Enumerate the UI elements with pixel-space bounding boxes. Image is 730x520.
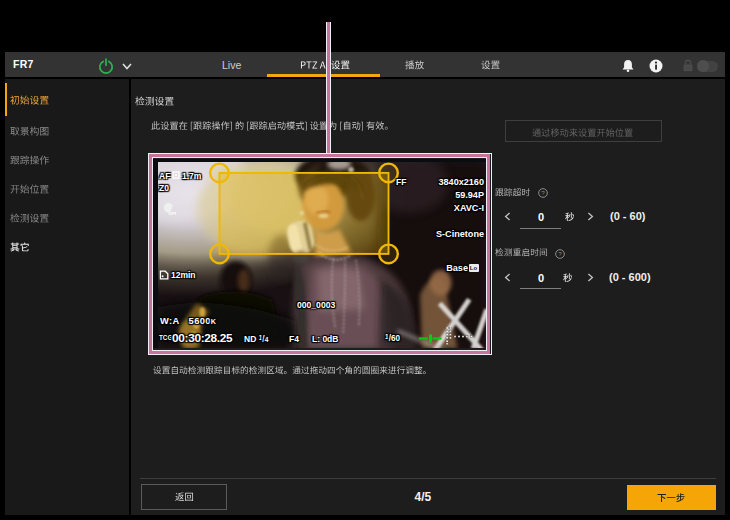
svg-text:?: ? — [558, 250, 562, 257]
svg-text:?: ? — [541, 189, 545, 196]
